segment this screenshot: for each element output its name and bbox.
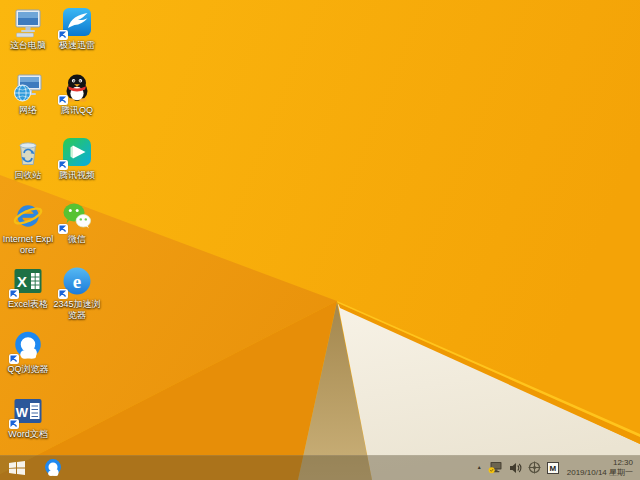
icon-label: 腾讯QQ: [50, 105, 104, 116]
excel-icon: X: [12, 265, 44, 297]
word-icon: W: [12, 395, 44, 427]
wechat-bubbles-icon: [61, 200, 93, 232]
clock-time: 12:30: [567, 458, 633, 468]
start-button[interactable]: [0, 455, 34, 480]
windows-logo-icon: [9, 461, 25, 475]
qq-browser-icon: [12, 330, 44, 362]
speaker-glyph: [509, 462, 522, 474]
crosshair-glyph: [528, 461, 541, 474]
desktop-icon-network[interactable]: 网络: [1, 71, 55, 116]
shortcut-arrow-icon: [58, 95, 68, 105]
taskbar: ▲: [0, 455, 640, 480]
icon-label: Excel表格: [1, 299, 55, 310]
shortcut-arrow-icon: [9, 354, 19, 364]
icon-label: 回收站: [1, 170, 55, 181]
icon-label: 微信: [50, 234, 104, 245]
icon-label: 这台电脑: [1, 40, 55, 51]
desktop-icon-wechat[interactable]: 微信: [50, 200, 104, 245]
taskbar-item-qq-browser[interactable]: [34, 455, 72, 480]
ie-logo-icon: [12, 200, 44, 232]
network-status-icon[interactable]: [488, 455, 503, 480]
icon-label: 极速迅雷: [50, 40, 104, 51]
crosshair-utility-icon[interactable]: [528, 455, 541, 480]
shortcut-arrow-icon: [9, 419, 19, 429]
icon-label: QQ浏览器: [1, 364, 55, 375]
svg-text:e: e: [73, 271, 81, 292]
svg-text:X: X: [17, 273, 27, 290]
icon-label: Word文档: [1, 429, 55, 440]
computer-icon: [12, 6, 44, 38]
network-globe-icon: [12, 71, 44, 103]
network-monitor-glyph: [488, 461, 503, 474]
desktop-icon-word[interactable]: W Word文档: [1, 395, 55, 440]
qq-penguin-icon: [61, 71, 93, 103]
input-method-label: M: [547, 462, 559, 474]
shortcut-arrow-icon: [58, 160, 68, 170]
desktop-icon-qq-browser[interactable]: QQ浏览器: [1, 330, 55, 375]
thunder-bird-icon: [61, 6, 93, 38]
icon-label: 网络: [1, 105, 55, 116]
show-hidden-icons-button[interactable]: ▲: [477, 455, 482, 480]
taskbar-clock[interactable]: 12:30 2019/10/14 星期一: [565, 458, 633, 478]
tencent-video-play-icon: [61, 136, 93, 168]
desktop-icon-internet-explorer[interactable]: Internet Explorer: [1, 200, 55, 256]
shortcut-arrow-icon: [58, 224, 68, 234]
desktop-icon-2345-browser[interactable]: e 2345加速浏览器: [50, 265, 104, 321]
shortcut-arrow-icon: [58, 289, 68, 299]
system-tray: ▲: [477, 455, 640, 480]
2345-browser-icon: e: [61, 265, 93, 297]
desktop-icon-tencent-video[interactable]: 腾讯视频: [50, 136, 104, 181]
desktop-icon-tencent-qq[interactable]: 腾讯QQ: [50, 71, 104, 116]
volume-icon[interactable]: [509, 455, 522, 480]
qq-browser-icon: [43, 458, 63, 478]
shortcut-arrow-icon: [58, 30, 68, 40]
icon-label: 腾讯视频: [50, 170, 104, 181]
chevron-up-icon: ▲: [477, 465, 482, 470]
icon-label: 2345加速浏览器: [50, 299, 104, 321]
svg-text:W: W: [16, 405, 29, 420]
icon-label: Internet Explorer: [1, 234, 55, 256]
recycle-bin-icon: [12, 136, 44, 168]
shortcut-arrow-icon: [9, 289, 19, 299]
desktop-icon-excel[interactable]: X Excel表格: [1, 265, 55, 310]
clock-date: 2019/10/14 星期一: [567, 468, 633, 478]
desktop-icon-xunlei-thunder[interactable]: 极速迅雷: [50, 6, 104, 51]
desktop-icon-recycle-bin[interactable]: 回收站: [1, 136, 55, 181]
desktop-icon-this-pc[interactable]: 这台电脑: [1, 6, 55, 51]
input-method-indicator[interactable]: M: [547, 455, 559, 480]
